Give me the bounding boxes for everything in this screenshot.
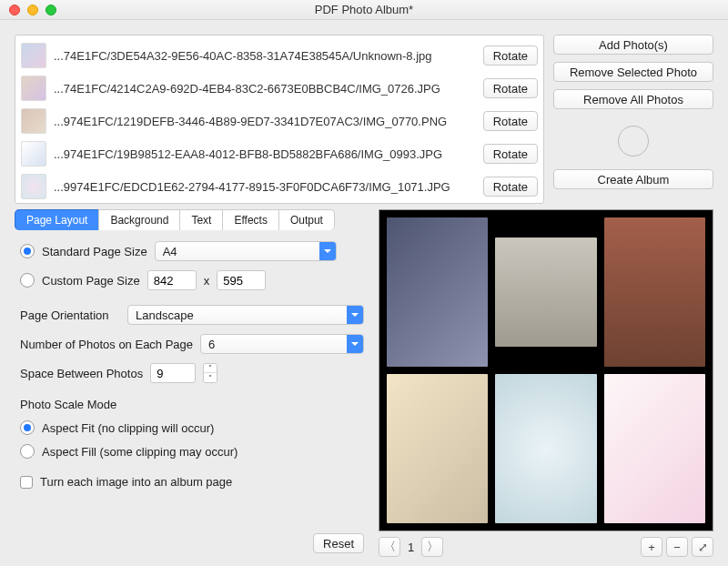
step-up-icon[interactable]: ˄ xyxy=(204,364,217,373)
remove-all-button[interactable]: Remove All Photos xyxy=(553,89,713,109)
space-stepper[interactable]: ˄ ˅ xyxy=(203,363,217,383)
aspect-fill-label: Aspect Fill (some clipping may occur) xyxy=(42,445,238,459)
photo-filename: ...9974E1FC/EDCD1E62-2794-4177-8915-3F0F… xyxy=(54,180,476,194)
create-album-button[interactable]: Create Album xyxy=(553,169,713,189)
orientation-label: Page Orientation xyxy=(20,308,120,322)
num-photos-label: Number of Photos on Each Page xyxy=(20,338,193,351)
list-item[interactable]: ...9974E1FC/EDCD1E62-2794-4177-8915-3F0F… xyxy=(21,170,538,203)
rotate-button[interactable]: Rotate xyxy=(483,78,538,98)
remove-selected-button[interactable]: Remove Selected Photo xyxy=(553,62,713,82)
list-item[interactable]: ...974E1FC/19B98512-EAA8-4012-BFB8-BD588… xyxy=(21,137,538,170)
rotate-button[interactable]: Rotate xyxy=(483,45,538,66)
photo-filename: ...974E1FC/19B98512-EAA8-4012-BFB8-BD588… xyxy=(54,147,476,161)
aspect-fit-label: Aspect Fit (no clipping will occur) xyxy=(42,421,214,435)
zoom-in-button[interactable]: + xyxy=(641,537,662,557)
tab-background[interactable]: Background xyxy=(98,209,180,230)
prev-page-button[interactable]: 〈 xyxy=(379,537,400,557)
preview-thumbnail xyxy=(604,217,705,367)
custom-height-input[interactable] xyxy=(217,270,266,290)
tabbar: Page Layout Background Text Effects Outp… xyxy=(15,209,369,230)
zoom-out-button[interactable]: − xyxy=(666,537,688,557)
preview-thumbnail xyxy=(387,217,488,367)
page-number: 1 xyxy=(408,541,414,554)
aspect-fit-radio[interactable] xyxy=(20,420,35,435)
fullscreen-button[interactable]: ⤢ xyxy=(692,537,713,557)
custom-page-size-label: Custom Page Size xyxy=(42,274,140,288)
photo-filename: ...74E1FC/3DE54A32-9E56-40AC-8358-31A74E… xyxy=(54,49,476,63)
standard-page-size-radio[interactable] xyxy=(20,244,35,258)
page-layout-panel: Standard Page Size A4 Custom Page Size x… xyxy=(15,230,369,557)
tab-output[interactable]: Output xyxy=(278,209,335,230)
add-photos-button[interactable]: Add Photo(s) xyxy=(553,35,713,55)
rotate-button[interactable]: Rotate xyxy=(483,177,538,197)
tab-page-layout[interactable]: Page Layout xyxy=(15,209,99,230)
preview-thumbnail xyxy=(495,374,596,523)
window-title: PDF Photo Album* xyxy=(0,3,728,16)
custom-width-input[interactable] xyxy=(147,270,197,290)
photo-filename: ...74E1FC/4214C2A9-692D-4EB4-83C2-6673E0… xyxy=(54,82,476,96)
photo-thumbnail xyxy=(21,108,46,134)
next-page-button[interactable]: 〉 xyxy=(421,537,443,557)
progress-spinner-icon xyxy=(618,126,649,157)
titlebar: PDF Photo Album* xyxy=(0,0,728,20)
list-item[interactable]: ...74E1FC/3DE54A32-9E56-40AC-8358-31A74E… xyxy=(21,39,538,72)
step-down-icon[interactable]: ˅ xyxy=(204,373,217,382)
preview-thumbnail xyxy=(604,374,705,523)
rotate-button[interactable]: Rotate xyxy=(483,111,538,131)
photo-thumbnail xyxy=(21,174,46,199)
preview-thumbnail xyxy=(387,374,488,523)
album-page-checkbox[interactable] xyxy=(20,476,33,489)
page-preview xyxy=(379,209,713,531)
orientation-select[interactable]: Landscape xyxy=(127,305,364,325)
standard-page-size-label: Standard Page Size xyxy=(42,245,147,258)
num-photos-select[interactable]: 6 xyxy=(200,334,364,354)
album-page-label: Turn each image into an album page xyxy=(40,475,232,489)
page-size-select[interactable]: A4 xyxy=(155,241,337,261)
photo-list[interactable]: ...74E1FC/3DE54A32-9E56-40AC-8358-31A74E… xyxy=(15,35,544,204)
photo-thumbnail xyxy=(21,141,46,167)
dimension-x: x xyxy=(204,274,210,288)
tab-text[interactable]: Text xyxy=(179,209,223,230)
space-label: Space Between Photos xyxy=(20,367,143,380)
page-size-value: A4 xyxy=(163,245,177,258)
scale-mode-title: Photo Scale Mode xyxy=(20,398,364,411)
photo-filename: ...974E1FC/1219DEFB-3446-4B89-9ED7-3341D… xyxy=(54,115,476,128)
rotate-button[interactable]: Rotate xyxy=(483,144,538,164)
space-input[interactable] xyxy=(150,363,196,383)
reset-button[interactable]: Reset xyxy=(313,533,364,553)
preview-thumbnail xyxy=(495,238,596,347)
aspect-fill-radio[interactable] xyxy=(20,444,35,459)
num-photos-value: 6 xyxy=(208,338,215,351)
photo-thumbnail xyxy=(21,43,46,68)
orientation-value: Landscape xyxy=(136,308,194,322)
list-item[interactable]: ...74E1FC/4214C2A9-692D-4EB4-83C2-6673E0… xyxy=(21,72,538,105)
custom-page-size-radio[interactable] xyxy=(20,273,35,288)
list-item[interactable]: ...974E1FC/1219DEFB-3446-4B89-9ED7-3341D… xyxy=(21,105,538,137)
tab-effects[interactable]: Effects xyxy=(222,209,278,230)
photo-thumbnail xyxy=(21,76,46,101)
